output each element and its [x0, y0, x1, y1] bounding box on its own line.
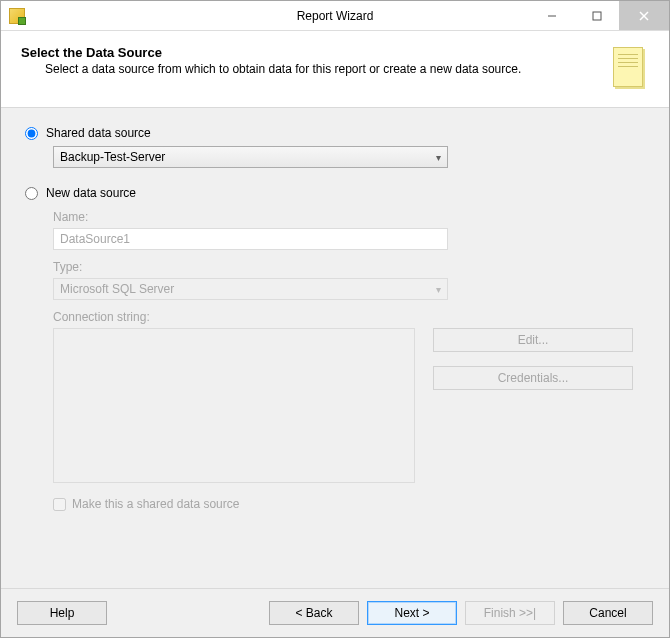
back-button[interactable]: < Back [269, 601, 359, 625]
page-subtitle: Select a data source from which to obtai… [45, 62, 521, 76]
minimize-button[interactable] [529, 1, 574, 30]
close-icon [639, 11, 649, 21]
new-data-source-option[interactable]: New data source [25, 186, 645, 200]
minimize-icon [547, 11, 557, 21]
next-button[interactable]: Next > [367, 601, 457, 625]
connection-string-label: Connection string: [53, 310, 645, 324]
name-field [53, 228, 448, 250]
wizard-header-text: Select the Data Source Select a data sou… [21, 45, 521, 76]
report-wizard-window: Report Wizard Select the Data Source Sel… [0, 0, 670, 638]
shared-data-source-label: Shared data source [46, 126, 151, 140]
maximize-button[interactable] [574, 1, 619, 30]
make-shared-label: Make this a shared data source [72, 497, 239, 511]
shared-data-source-option[interactable]: Shared data source [25, 126, 645, 140]
shared-data-source-dropdown[interactable]: Backup-Test-Server ▾ [53, 146, 448, 168]
window-controls [529, 1, 669, 30]
wizard-body: Shared data source Backup-Test-Server ▾ … [1, 108, 669, 588]
close-button[interactable] [619, 1, 669, 30]
shared-data-source-value: Backup-Test-Server [60, 150, 165, 164]
app-icon [9, 8, 25, 24]
edit-button: Edit... [433, 328, 633, 352]
chevron-down-icon: ▾ [436, 152, 441, 163]
connection-string-field [53, 328, 415, 483]
help-button[interactable]: Help [17, 601, 107, 625]
maximize-icon [592, 11, 602, 21]
wizard-footer: Help < Back Next > Finish >>| Cancel [1, 588, 669, 637]
make-shared-checkbox [53, 498, 66, 511]
wizard-header: Select the Data Source Select a data sou… [1, 31, 669, 108]
make-shared-row: Make this a shared data source [53, 497, 645, 511]
type-dropdown: Microsoft SQL Server ▾ [53, 278, 448, 300]
chevron-down-icon: ▾ [436, 284, 441, 295]
report-icon [609, 45, 649, 93]
svg-rect-1 [593, 12, 601, 20]
titlebar: Report Wizard [1, 1, 669, 31]
new-data-source-radio[interactable] [25, 187, 38, 200]
name-label: Name: [53, 210, 645, 224]
finish-button: Finish >>| [465, 601, 555, 625]
shared-data-source-radio[interactable] [25, 127, 38, 140]
type-value: Microsoft SQL Server [60, 282, 174, 296]
type-label: Type: [53, 260, 645, 274]
new-data-source-label: New data source [46, 186, 136, 200]
cancel-button[interactable]: Cancel [563, 601, 653, 625]
credentials-button: Credentials... [433, 366, 633, 390]
page-title: Select the Data Source [21, 45, 521, 60]
